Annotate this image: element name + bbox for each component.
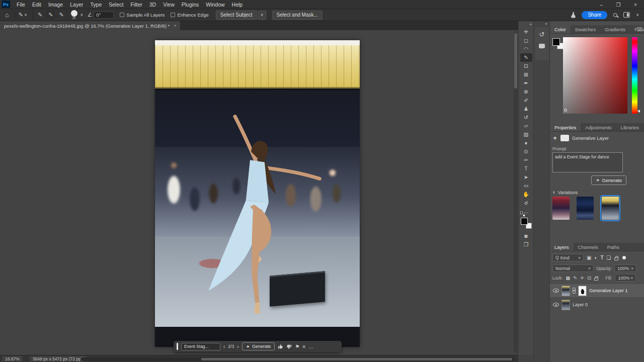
menu-image[interactable]: Image (45, 0, 66, 9)
canvas-horizontal-scrollbar[interactable] (80, 357, 514, 361)
clone-stamp-tool[interactable]: ♟ (520, 105, 532, 113)
visibility-eye-icon[interactable] (553, 289, 559, 293)
scrollbar-thumb[interactable] (201, 358, 512, 360)
filter-locked-layers-icon[interactable] (614, 257, 618, 260)
hand-tool[interactable]: ✋ (520, 190, 532, 199)
minimize-button[interactable]: – (593, 0, 610, 9)
thumbs-down-icon[interactable] (286, 344, 292, 349)
selection-brush-tool[interactable]: ✎ (520, 53, 532, 62)
layer-thumbnail[interactable] (561, 286, 570, 296)
foreground-color-swatch[interactable] (552, 38, 560, 46)
toolbar-collapse-icon[interactable]: « (530, 23, 532, 27)
select-subject-button[interactable]: Select Subject (216, 11, 257, 20)
path-select-tool[interactable]: ➤ (520, 173, 532, 182)
layer-name[interactable]: Layer 0 (573, 302, 588, 307)
rectangle-tool[interactable]: ▭ (520, 182, 532, 190)
taskbar-prompt-field[interactable]: Event Stag... (181, 343, 220, 350)
scrollbar-thumb[interactable] (514, 33, 517, 88)
filter-toggle-icon[interactable] (622, 256, 626, 259)
menu-edit[interactable]: Edit (29, 0, 45, 9)
layer-row-layer-0[interactable]: Layer 0 (550, 298, 644, 311)
comments-icon[interactable] (539, 44, 545, 48)
layer-thumbnail[interactable] (561, 300, 570, 310)
tab-close-icon[interactable]: × (174, 24, 176, 28)
select-subject-dropdown[interactable]: ∨ (258, 11, 266, 20)
filter-adjustment-layers-icon[interactable]: ◐ (594, 255, 597, 260)
canvas-vertical-scrollbar[interactable] (514, 31, 518, 353)
tab-gradients[interactable]: Gradients (600, 25, 630, 33)
marquee-tool[interactable]: ◻ (520, 36, 532, 45)
select-and-mask-button[interactable]: Select and Mask... (272, 11, 323, 20)
menu-filter[interactable]: Filter (127, 0, 145, 9)
panel-menu-icon[interactable] (637, 27, 642, 31)
healing-brush-tool[interactable]: ⊕ (520, 87, 532, 96)
filter-kind-dropdown[interactable]: Q Kind ∨ (552, 254, 584, 261)
menu-type[interactable]: Type (87, 0, 105, 9)
more-options-icon[interactable]: … (308, 344, 313, 349)
lock-all-icon[interactable] (594, 278, 598, 281)
dock-collapse-icon[interactable]: « (545, 22, 547, 26)
menu-layer[interactable]: Layer (66, 0, 87, 9)
sample-all-layers-checkbox[interactable]: Sample All Layers (120, 12, 165, 18)
tab-properties[interactable]: Properties (550, 123, 581, 131)
canvas-area[interactable]: Event Stag... ‹ 2/3 › ✦ Generate ⚑ ≡ … (0, 30, 518, 355)
tab-adjustments[interactable]: Adjustments (581, 123, 616, 131)
variation-thumbnail-2[interactable] (577, 197, 594, 220)
generate-button[interactable]: ✦ Generate (591, 175, 626, 185)
workspace-chevron-icon[interactable]: ∨ (636, 13, 639, 17)
document-canvas[interactable] (155, 40, 360, 347)
mask-link-icon[interactable] (573, 288, 576, 294)
visibility-eye-icon[interactable] (553, 303, 559, 307)
checkbox-icon[interactable] (171, 13, 175, 17)
contextual-task-bar[interactable]: Event Stag... ‹ 2/3 › ✦ Generate ⚑ ≡ … (174, 341, 342, 352)
angle-field[interactable]: 0° (94, 12, 114, 19)
share-button[interactable]: Share (582, 11, 607, 19)
close-button[interactable]: × (627, 0, 644, 9)
lock-artboard-icon[interactable]: ⊡ (587, 276, 591, 281)
color-picker-swatches[interactable] (552, 38, 564, 49)
checkbox-icon[interactable] (120, 13, 124, 17)
document-tab[interactable]: pexels-wellington-cunha-1918445.jpg @ 16… (0, 21, 181, 30)
lock-paint-icon[interactable]: ✎ (573, 276, 577, 281)
gradient-tool[interactable]: ▧ (520, 130, 532, 139)
layer-name[interactable]: Generative Layer 1 (589, 288, 628, 293)
menu-help[interactable]: Help (228, 0, 247, 9)
foreground-background-colors[interactable] (521, 218, 532, 229)
workspace-icon[interactable] (623, 12, 630, 18)
dodge-tool[interactable]: ⊙ (520, 147, 532, 156)
menu-select[interactable]: Select (105, 0, 127, 9)
tab-swatches[interactable]: Swatches (571, 25, 600, 33)
hue-slider-marker[interactable] (637, 110, 640, 113)
variation-thumbnail-3-selected[interactable] (602, 197, 619, 220)
default-colors-icon[interactable] (520, 212, 524, 216)
menu-3d[interactable]: 3D (146, 0, 159, 9)
screen-mode-button[interactable]: ❐ (520, 240, 532, 249)
zoom-level-field[interactable]: 16.67% (2, 356, 23, 361)
search-icon[interactable] (613, 13, 617, 17)
zoom-tool[interactable]: ☌ (520, 199, 532, 207)
color-cursor[interactable] (564, 109, 567, 112)
history-brush-tool[interactable]: ↺ (520, 113, 532, 122)
saturation-brightness-field[interactable] (563, 37, 627, 114)
tab-paths[interactable]: Paths (603, 243, 624, 251)
type-tool[interactable]: T (520, 164, 532, 173)
brush-size-control[interactable]: 30 (70, 10, 78, 20)
selection-mode-new-icon[interactable]: ✎ (38, 12, 42, 18)
menu-plugins[interactable]: Plugins (178, 0, 202, 9)
hue-slider[interactable] (632, 37, 637, 114)
variation-thumbnail-1[interactable] (552, 197, 570, 220)
menu-window[interactable]: Window (202, 0, 228, 9)
home-icon[interactable]: ⌂ (5, 12, 9, 18)
previous-variation-icon[interactable]: ‹ (223, 344, 225, 349)
brush-size-chevron-icon[interactable]: ∨ (80, 13, 84, 17)
menu-view[interactable]: View (159, 0, 178, 9)
quick-mask-button[interactable]: ◙ (520, 232, 532, 240)
taskbar-generate-button[interactable]: ✦ Generate (242, 342, 275, 350)
tool-preset-icon[interactable]: ✎ (19, 12, 23, 18)
filter-shape-layers-icon[interactable]: ❏ (607, 255, 611, 260)
version-history-icon[interactable]: ↺ (539, 31, 545, 38)
eyedropper-tool[interactable]: ✒ (520, 79, 532, 87)
tab-channels[interactable]: Channels (574, 243, 603, 251)
next-variation-icon[interactable]: › (237, 344, 238, 349)
eraser-tool[interactable]: ▱ (520, 122, 532, 130)
